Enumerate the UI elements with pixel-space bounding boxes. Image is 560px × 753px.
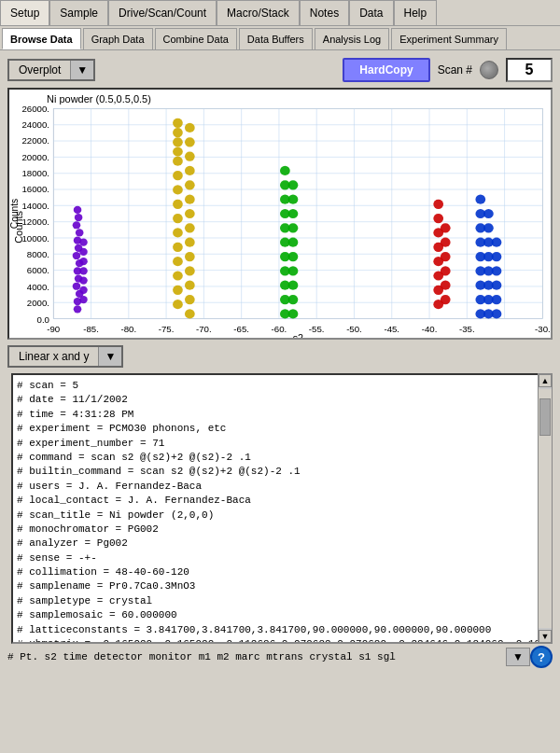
svg-point-91 bbox=[173, 271, 183, 280]
svg-text:s2: s2 bbox=[293, 333, 304, 338]
svg-point-71 bbox=[74, 206, 82, 214]
svg-point-82 bbox=[173, 146, 183, 156]
svg-point-94 bbox=[185, 123, 195, 132]
tab-graph-data[interactable]: Graph Data bbox=[83, 28, 153, 49]
scroll-thumb[interactable] bbox=[539, 398, 551, 436]
svg-point-103 bbox=[185, 252, 195, 261]
svg-point-122 bbox=[288, 238, 299, 247]
svg-text:26000.: 26000. bbox=[21, 104, 49, 114]
scan-value: 5 bbox=[506, 58, 553, 82]
left-controls: Overplot ▼ bbox=[7, 59, 95, 81]
chart-container: Ni powder (0.5,0.5,0.5) Counts bbox=[7, 88, 553, 340]
svg-point-97 bbox=[185, 166, 195, 175]
svg-point-90 bbox=[173, 257, 183, 266]
svg-point-61 bbox=[73, 283, 81, 290]
svg-point-104 bbox=[185, 266, 195, 275]
overplot-container: Overplot ▼ bbox=[7, 59, 95, 81]
svg-point-84 bbox=[173, 171, 183, 180]
svg-point-126 bbox=[288, 295, 299, 304]
tab-browse-data[interactable]: Browse Data bbox=[2, 28, 81, 49]
scale-label: Linear x and y bbox=[9, 347, 98, 366]
svg-text:22000.: 22000. bbox=[21, 136, 49, 146]
svg-point-81 bbox=[173, 119, 183, 128]
svg-text:6000.: 6000. bbox=[27, 266, 49, 276]
svg-point-72 bbox=[79, 296, 88, 303]
svg-point-65 bbox=[73, 252, 81, 259]
svg-text:14000.: 14000. bbox=[21, 201, 49, 211]
svg-point-85 bbox=[173, 185, 183, 194]
svg-text:-45.: -45. bbox=[384, 324, 399, 334]
scroll-down-button[interactable]: ▼ bbox=[539, 630, 552, 643]
svg-point-83 bbox=[173, 157, 183, 166]
menu-sample[interactable]: Sample bbox=[49, 0, 108, 25]
scale-row: Linear x and y ▼ bbox=[4, 342, 556, 371]
svg-point-78 bbox=[79, 239, 88, 246]
svg-point-88 bbox=[173, 228, 183, 237]
svg-text:-55.: -55. bbox=[309, 324, 325, 334]
hardcopy-button[interactable]: HardCopy bbox=[343, 58, 429, 82]
svg-text:-40.: -40. bbox=[422, 324, 438, 334]
scan-label: Scan # bbox=[438, 63, 472, 77]
svg-point-137 bbox=[441, 252, 451, 261]
svg-point-95 bbox=[185, 137, 195, 146]
svg-point-152 bbox=[483, 223, 494, 232]
svg-point-164 bbox=[492, 295, 502, 304]
svg-point-69 bbox=[73, 221, 81, 229]
tab-data-buffers[interactable]: Data Buffers bbox=[239, 28, 313, 49]
menu-help[interactable]: Help bbox=[394, 0, 438, 25]
svg-point-118 bbox=[280, 166, 290, 175]
svg-text:-70.: -70. bbox=[196, 324, 212, 334]
bottom-row: # Pt. s2 time detector monitor m1 m2 mar… bbox=[4, 644, 556, 670]
tab-analysis-log[interactable]: Analysis Log bbox=[315, 28, 389, 49]
menu-macro-stack[interactable]: Macro/Stack bbox=[217, 0, 300, 25]
col-headers-text: # Pt. s2 time detector monitor m1 m2 mar… bbox=[7, 651, 506, 662]
main-content: Overplot ▼ HardCopy Scan # 5 Ni powder (… bbox=[0, 50, 560, 674]
svg-text:0.0: 0.0 bbox=[37, 314, 49, 325]
scan-spinner[interactable] bbox=[480, 61, 498, 79]
svg-text:10000.: 10000. bbox=[21, 233, 49, 244]
overplot-dropdown-arrow[interactable]: ▼ bbox=[70, 61, 93, 79]
svg-text:-85.: -85. bbox=[83, 324, 99, 334]
svg-point-73 bbox=[79, 286, 88, 294]
svg-text:20000.: 20000. bbox=[21, 152, 49, 162]
svg-point-86 bbox=[173, 200, 183, 209]
svg-point-76 bbox=[79, 258, 88, 265]
right-controls: HardCopy Scan # 5 bbox=[343, 58, 553, 82]
svg-point-162 bbox=[492, 266, 502, 275]
scrollbar[interactable]: ▲ ▼ bbox=[538, 373, 553, 644]
scale-dropdown-arrow[interactable]: ▼ bbox=[98, 347, 121, 366]
controls-row: Overplot ▼ HardCopy Scan # 5 bbox=[4, 54, 556, 86]
svg-point-79 bbox=[173, 137, 183, 146]
svg-point-70 bbox=[75, 214, 83, 221]
tab-experiment-summary[interactable]: Experiment Summary bbox=[391, 28, 507, 49]
svg-point-165 bbox=[492, 309, 502, 318]
svg-point-136 bbox=[433, 200, 443, 209]
svg-text:4000.: 4000. bbox=[27, 282, 49, 292]
menu-data[interactable]: Data bbox=[349, 0, 393, 25]
svg-text:-75.: -75. bbox=[159, 324, 175, 334]
tab-combine-data[interactable]: Combine Data bbox=[155, 28, 237, 49]
help-button[interactable]: ? bbox=[530, 646, 553, 668]
svg-point-98 bbox=[185, 180, 195, 189]
svg-point-160 bbox=[492, 238, 502, 247]
svg-point-139 bbox=[441, 266, 451, 275]
svg-text:24000.: 24000. bbox=[21, 119, 49, 130]
menu-notes[interactable]: Notes bbox=[300, 0, 349, 25]
menu-bar: Setup Sample Drive/Scan/Count Macro/Stac… bbox=[0, 0, 560, 26]
svg-point-77 bbox=[79, 248, 88, 256]
svg-point-92 bbox=[173, 286, 183, 295]
svg-point-58 bbox=[74, 305, 82, 313]
scroll-up-button[interactable]: ▲ bbox=[539, 374, 552, 387]
svg-point-142 bbox=[441, 223, 451, 232]
svg-point-93 bbox=[173, 300, 183, 309]
menu-setup[interactable]: Setup bbox=[0, 0, 49, 25]
notes-area[interactable]: # scan = 5 # date = 11/1/2002 # time = 4… bbox=[11, 373, 549, 644]
svg-text:8000.: 8000. bbox=[27, 249, 49, 259]
svg-point-106 bbox=[185, 295, 195, 304]
svg-text:12000.: 12000. bbox=[21, 216, 49, 227]
svg-text:-35.: -35. bbox=[459, 324, 475, 334]
menu-drive-scan-count[interactable]: Drive/Scan/Count bbox=[108, 0, 217, 25]
svg-point-128 bbox=[288, 180, 299, 189]
svg-point-100 bbox=[185, 209, 195, 218]
bottom-scroll-btn[interactable]: ▼ bbox=[506, 648, 530, 666]
